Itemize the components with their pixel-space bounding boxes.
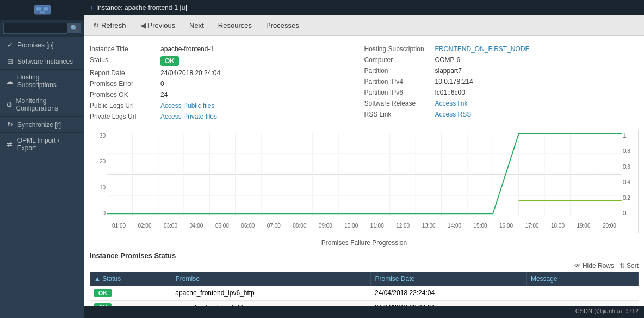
private-logs-link[interactable]: Access Private files	[160, 113, 217, 120]
col-promise: Promise	[171, 272, 370, 286]
chart-x-labels: 01:00 02:00 03:00 04:00 05:00 06:00 07:0…	[107, 222, 622, 230]
promises-ok-label: Promises OK	[90, 91, 160, 99]
chart-svg	[107, 133, 622, 216]
footer-text: CSDN @lijianhua_9712	[575, 308, 639, 314]
sidebar-search-button[interactable]: 🔍	[67, 23, 81, 33]
sidebar-item-opml[interactable]: ⇄ OPML Import / Export	[0, 133, 84, 156]
sidebar-item-software-instances[interactable]: ⊞ Software Instances	[0, 53, 84, 70]
sidebar-item-monitoring[interactable]: ⚙ Monitoring Configurations	[0, 93, 84, 117]
topbar: ↑ Instance: apache-frontend-1 [u]	[84, 0, 644, 15]
promises-error-value: 0	[160, 80, 164, 88]
promise-sort-link[interactable]: Promise	[176, 275, 200, 283]
chart-plot	[107, 133, 622, 216]
row-date: 24/04/2018 22:24:04	[370, 301, 526, 307]
status-label: Status	[90, 56, 160, 64]
software-release-row: Software Release Access link	[364, 98, 639, 109]
refresh-icon: ↻	[93, 21, 99, 29]
row-status: OK	[90, 301, 171, 307]
computer-value: COMP-6	[435, 56, 461, 64]
hosting-sub-row: Hosting Subscription FRONTEND_ON_FIRST_N…	[364, 44, 639, 54]
sort-label: Sort	[627, 262, 639, 270]
sidebar-search-bar: 🔍	[0, 20, 84, 37]
date-sort-link[interactable]: Promise Date	[375, 275, 415, 283]
sidebar-item-label: Monitoring Configurations	[16, 97, 79, 112]
processes-label: Processes	[266, 21, 299, 29]
row-date: 24/04/2018 22:24:04	[370, 286, 526, 301]
partition-ipv6-row: Partition IPv6 fc01::6c00	[364, 87, 639, 98]
private-logs-row: Private Logs Url Access Private files	[90, 111, 364, 122]
sort-icon: ⇅	[620, 262, 625, 270]
rss-link-row: RSS Link Access RSS	[364, 109, 639, 120]
col-message: Message	[526, 272, 638, 286]
sidebar-item-label: OPML Import / Export	[17, 137, 79, 152]
chart-y-labels-right: 1 0.8 0.6 0.4 0.2 0	[622, 133, 638, 216]
next-label: Next	[189, 21, 204, 29]
resources-button[interactable]: Resources	[212, 18, 258, 33]
previous-icon: ◀	[140, 21, 146, 29]
row-promise: nginx_frontend_ipv4_https	[171, 301, 370, 307]
table-body: OK apache_frontend_ipv6_http 24/04/2018 …	[90, 286, 639, 306]
row-status: OK	[90, 286, 171, 301]
promises-table: ▲ Status Promise Promise Date Message OK…	[90, 272, 639, 306]
hide-rows-button[interactable]: 👁 Hide Rows	[574, 262, 614, 270]
previous-button[interactable]: ◀ Previous	[134, 18, 182, 33]
refresh-icon: ↻	[5, 120, 14, 129]
col-status: ▲ Status	[90, 272, 171, 286]
topbar-arrow-icon: ↑	[90, 4, 93, 11]
sidebar-item-label: Hosting Subscriptions	[17, 74, 79, 89]
hosting-sub-link[interactable]: FRONTEND_ON_FIRST_NODE	[435, 45, 530, 53]
partition-ipv6-label: Partition IPv6	[364, 89, 435, 96]
svg-rect-1	[36, 7, 41, 10]
hosting-sub-label: Hosting Subscription	[364, 45, 435, 53]
status-sort-link[interactable]: ▲ Status	[94, 275, 121, 283]
svg-rect-3	[40, 11, 45, 13]
promises-error-row: Promises Error 0	[90, 78, 364, 89]
import-export-icon: ⇄	[5, 140, 14, 149]
status-row: Status OK	[90, 54, 364, 68]
instance-title-row: Instance Title apache-frontend-1	[90, 44, 364, 54]
info-left: Instance Title apache-frontend-1 Status …	[90, 41, 364, 124]
message-sort-link[interactable]: Message	[531, 275, 558, 283]
chart-title: Promises Failure Progression	[90, 237, 639, 248]
instance-title-value: apache-frontend-1	[160, 45, 214, 53]
sidebar-item-label: Promises [p]	[17, 41, 54, 49]
footer: CSDN @lijianhua_9712	[84, 306, 644, 318]
chart-y-labels-left: 30 20 10 0	[90, 133, 107, 216]
sidebar-item-hosting-subscriptions[interactable]: ☁ Hosting Subscriptions	[0, 70, 84, 93]
partition-ipv6-value: fc01::6c00	[435, 89, 465, 96]
public-logs-link[interactable]: Access Public files	[160, 102, 214, 109]
gear-icon: ⚙	[5, 101, 13, 109]
report-date-label: Report Date	[90, 69, 160, 77]
sidebar-search-input[interactable]	[3, 23, 67, 34]
report-date-row: Report Date 24/04/2018 20:24:04	[90, 68, 364, 78]
toolbar: ↻ Refresh ◀ Previous Next Resources Proc…	[84, 15, 644, 36]
software-release-link[interactable]: Access link	[435, 100, 468, 107]
partition-ipv4-label: Partition IPv4	[364, 78, 435, 85]
info-grid: Instance Title apache-frontend-1 Status …	[90, 41, 639, 124]
sidebar-nav: ✓ Promises [p] ⊞ Software Instances ☁ Ho…	[0, 37, 84, 318]
svg-rect-2	[43, 7, 48, 10]
table-row: OK apache_frontend_ipv6_http 24/04/2018 …	[90, 286, 639, 301]
col-date: Promise Date	[370, 272, 526, 286]
sort-button[interactable]: ⇅ Sort	[620, 262, 639, 270]
sidebar-logo	[0, 0, 84, 20]
check-icon: ✓	[5, 41, 14, 49]
public-logs-row: Public Logs Url Access Public files	[90, 100, 364, 111]
refresh-button[interactable]: ↻ Refresh	[86, 18, 133, 33]
rss-link-label: RSS Link	[364, 111, 435, 118]
sidebar-item-promises[interactable]: ✓ Promises [p]	[0, 37, 84, 53]
topbar-instance-label: Instance: apache-frontend-1 [u]	[96, 4, 187, 11]
computer-label: Computer	[364, 56, 435, 64]
promises-ok-value: 24	[160, 91, 168, 99]
info-right: Hosting Subscription FRONTEND_ON_FIRST_N…	[364, 41, 639, 124]
rss-link[interactable]: Access RSS	[435, 111, 472, 118]
processes-button[interactable]: Processes	[259, 18, 306, 33]
sidebar-item-label: Software Instances	[17, 58, 73, 65]
next-button[interactable]: Next	[183, 18, 210, 33]
promises-error-label: Promises Error	[90, 80, 160, 88]
partition-label: Partition	[364, 67, 435, 75]
sidebar-item-synchronize[interactable]: ↻ Synchronize [r]	[0, 117, 84, 133]
promises-section-header: Instance Promises Status	[90, 252, 639, 260]
eye-icon: 👁	[574, 262, 581, 270]
sidebar-item-label: Synchronize [r]	[17, 121, 61, 129]
